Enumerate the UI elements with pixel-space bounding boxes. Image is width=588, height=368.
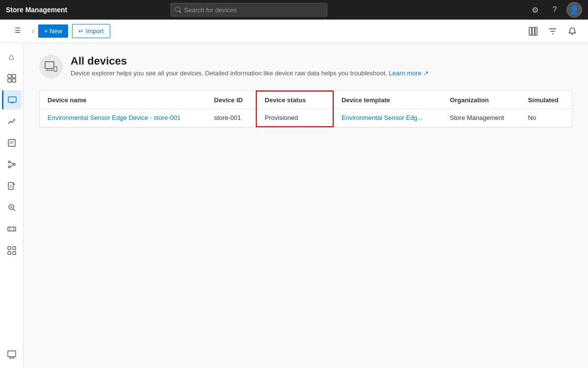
sidebar-item-analytics[interactable] xyxy=(2,112,22,131)
explorer-icon xyxy=(7,203,16,212)
table-header-row: Device name Device ID Device status Devi… xyxy=(40,91,572,109)
sidebar-item-home[interactable]: ⌂ xyxy=(2,47,22,67)
devices-table-container: Device name Device ID Device status Devi… xyxy=(39,90,572,128)
device-template-link[interactable]: Environmental Sensor Edg... xyxy=(342,114,422,121)
svg-rect-28 xyxy=(8,247,11,250)
svg-line-17 xyxy=(10,164,13,167)
svg-rect-25 xyxy=(8,227,16,231)
sidebar-item-data-export[interactable] xyxy=(2,176,22,196)
sidebar-item-data-explorer[interactable] xyxy=(2,198,22,217)
filter-icon xyxy=(548,27,557,36)
svg-rect-3 xyxy=(8,74,11,78)
admin-icon xyxy=(7,225,16,233)
search-icon xyxy=(175,6,181,13)
svg-rect-18 xyxy=(8,183,13,189)
new-button[interactable]: + New xyxy=(38,24,68,38)
topbar-icons: ⚙ ? 👤 xyxy=(527,2,582,18)
dashboard-icon xyxy=(7,74,16,83)
sidebar-item-monitor[interactable] xyxy=(2,345,22,364)
cell-organization: Store Management xyxy=(442,109,520,127)
action-toolbar: ☰ › + New ↵ Import xyxy=(0,20,588,43)
rules-icon xyxy=(7,160,16,169)
toolbar-right xyxy=(525,23,580,39)
col-header-organization: Organization xyxy=(442,91,520,109)
svg-rect-31 xyxy=(13,252,16,254)
sidebar-item-apps[interactable] xyxy=(2,241,22,260)
settings-button[interactable]: ⚙ xyxy=(527,2,543,18)
svg-line-16 xyxy=(10,162,13,164)
col-header-device-id: Device ID xyxy=(206,91,256,109)
jobs-icon xyxy=(7,138,16,147)
columns-icon xyxy=(529,27,538,36)
svg-rect-30 xyxy=(8,252,11,254)
svg-point-15 xyxy=(8,166,10,168)
page-icon xyxy=(39,55,63,78)
all-devices-icon xyxy=(44,60,58,73)
columns-button[interactable] xyxy=(525,23,541,39)
cell-device-status: Provisioned xyxy=(256,109,333,127)
import-button[interactable]: ↵ Import xyxy=(72,24,110,38)
bell-icon xyxy=(568,27,577,36)
page-header-text: All devices Device explorer helps you se… xyxy=(71,55,429,77)
svg-rect-0 xyxy=(529,27,532,35)
svg-rect-4 xyxy=(12,74,16,78)
cell-device-template: Environmental Sensor Edg... xyxy=(333,109,442,127)
devices-icon xyxy=(8,95,17,104)
learn-more-link[interactable]: Learn more ↗ xyxy=(389,69,429,77)
col-header-device-name: Device name xyxy=(40,91,206,109)
svg-rect-7 xyxy=(8,97,16,102)
cell-device-name: Environmental Sensor Edge Device - store… xyxy=(40,109,206,127)
page-title: All devices xyxy=(71,55,429,68)
filter-button[interactable] xyxy=(545,23,561,39)
svg-point-14 xyxy=(13,163,15,165)
svg-rect-2 xyxy=(535,27,537,35)
help-button[interactable]: ? xyxy=(547,2,563,18)
page-description: Device explorer helps you see all your d… xyxy=(71,69,429,77)
svg-rect-29 xyxy=(13,247,16,250)
col-header-device-status: Device status xyxy=(256,91,333,109)
col-header-device-template: Device template xyxy=(333,91,442,109)
cell-device-id: store-001 xyxy=(206,109,256,127)
app-title: Store Management xyxy=(6,6,67,14)
col-header-simulated: Simulated xyxy=(520,91,572,109)
sidebar-item-jobs[interactable] xyxy=(2,133,22,153)
layout: ⌂ xyxy=(0,43,588,368)
page-header: All devices Device explorer helps you se… xyxy=(39,55,572,78)
sidebar-item-dashboard[interactable] xyxy=(2,69,22,88)
table-row: Environmental Sensor Edge Device - store… xyxy=(40,109,572,127)
device-name-link[interactable]: Environmental Sensor Edge Device - store… xyxy=(48,114,181,121)
search-bar[interactable] xyxy=(171,3,327,17)
devices-table: Device name Device ID Device status Devi… xyxy=(40,91,572,127)
avatar[interactable]: 👤 xyxy=(566,2,582,18)
svg-rect-36 xyxy=(45,62,54,69)
menu-expand[interactable]: ☰ xyxy=(8,21,27,40)
svg-line-22 xyxy=(13,209,15,211)
main-content: All devices Device explorer helps you se… xyxy=(24,43,588,368)
topbar: Store Management ⚙ ? 👤 xyxy=(0,0,588,20)
search-input[interactable] xyxy=(184,6,323,14)
sidebar-item-rules[interactable] xyxy=(2,155,22,174)
sidebar-item-admin[interactable] xyxy=(2,219,22,239)
monitor-icon xyxy=(7,350,16,359)
svg-rect-10 xyxy=(8,139,15,146)
notifications-button[interactable] xyxy=(564,23,580,39)
sidebar-item-devices[interactable] xyxy=(2,90,22,110)
svg-rect-32 xyxy=(8,351,16,357)
cell-simulated: No xyxy=(520,109,572,127)
svg-rect-1 xyxy=(532,27,535,35)
svg-rect-6 xyxy=(12,79,16,82)
sidebar: ⌂ xyxy=(0,43,24,368)
svg-rect-5 xyxy=(8,79,11,82)
export-icon xyxy=(7,182,16,190)
svg-point-13 xyxy=(8,161,10,163)
analytics-icon xyxy=(7,117,16,126)
apps-icon xyxy=(7,246,16,255)
